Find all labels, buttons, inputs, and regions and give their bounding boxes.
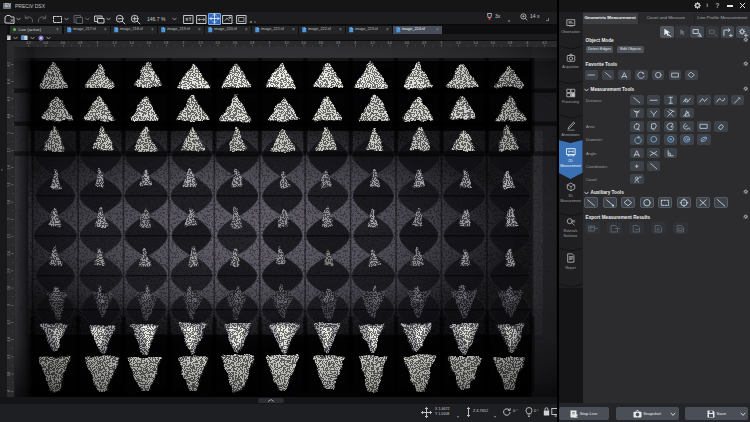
svg-text:3: 3: [268, 41, 270, 45]
svg-text:3.8: 3.8: [336, 41, 341, 45]
svg-text:1.4: 1.4: [7, 164, 11, 169]
svg-text:3.8: 3.8: [7, 371, 11, 376]
svg-text:2.4: 2.4: [216, 41, 221, 45]
svg-text:1.2: 1.2: [7, 147, 11, 152]
svg-text:1.2: 1.2: [112, 41, 117, 45]
svg-text:0.4: 0.4: [44, 41, 49, 45]
svg-text:2.8: 2.8: [250, 41, 255, 45]
svg-text:1.4: 1.4: [130, 41, 135, 45]
svg-text:4.8: 4.8: [422, 41, 427, 45]
svg-text:2: 2: [182, 41, 184, 45]
svg-text:6: 6: [526, 41, 528, 45]
svg-text:3: 3: [7, 303, 11, 305]
svg-text:4: 4: [7, 389, 11, 391]
svg-text:4: 4: [354, 41, 356, 45]
svg-text:3.2: 3.2: [7, 319, 11, 324]
svg-text:5.8: 5.8: [508, 41, 513, 45]
svg-text:2.8: 2.8: [7, 285, 11, 290]
svg-text:4.6: 4.6: [405, 41, 410, 45]
svg-text:6.2: 6.2: [542, 41, 547, 45]
svg-text:1.8: 1.8: [164, 41, 169, 45]
svg-text:1: 1: [7, 131, 11, 133]
svg-text:1.6: 1.6: [7, 182, 11, 187]
svg-text:0.4: 0.4: [7, 78, 11, 83]
svg-text:2.4: 2.4: [7, 250, 11, 255]
svg-text:3.4: 3.4: [302, 41, 307, 45]
svg-text:3.2: 3.2: [284, 41, 289, 45]
svg-text:4.2: 4.2: [370, 41, 375, 45]
svg-text:5.2: 5.2: [456, 41, 461, 45]
svg-text:2.6: 2.6: [7, 268, 11, 273]
svg-text:5: 5: [440, 41, 442, 45]
svg-text:0.2: 0.2: [7, 61, 11, 66]
svg-text:1.8: 1.8: [7, 199, 11, 204]
svg-text:2.6: 2.6: [233, 41, 238, 45]
svg-text:3.6: 3.6: [7, 354, 11, 359]
svg-text:1: 1: [96, 41, 98, 45]
svg-text:5.4: 5.4: [474, 41, 479, 45]
svg-text:1.6: 1.6: [147, 41, 152, 45]
svg-text:0.8: 0.8: [7, 113, 11, 118]
svg-text:2.2: 2.2: [7, 233, 11, 238]
svg-text:2.2: 2.2: [198, 41, 203, 45]
svg-text:0.6: 0.6: [61, 41, 66, 45]
svg-text:2: 2: [7, 217, 11, 219]
svg-text:4.4: 4.4: [388, 41, 393, 45]
svg-text:3.4: 3.4: [7, 336, 11, 341]
svg-text:5.6: 5.6: [491, 41, 496, 45]
svg-text:3.6: 3.6: [319, 41, 324, 45]
svg-text:0.6: 0.6: [7, 96, 11, 101]
svg-text:0.2: 0.2: [26, 41, 31, 45]
svg-text:0.8: 0.8: [78, 41, 83, 45]
